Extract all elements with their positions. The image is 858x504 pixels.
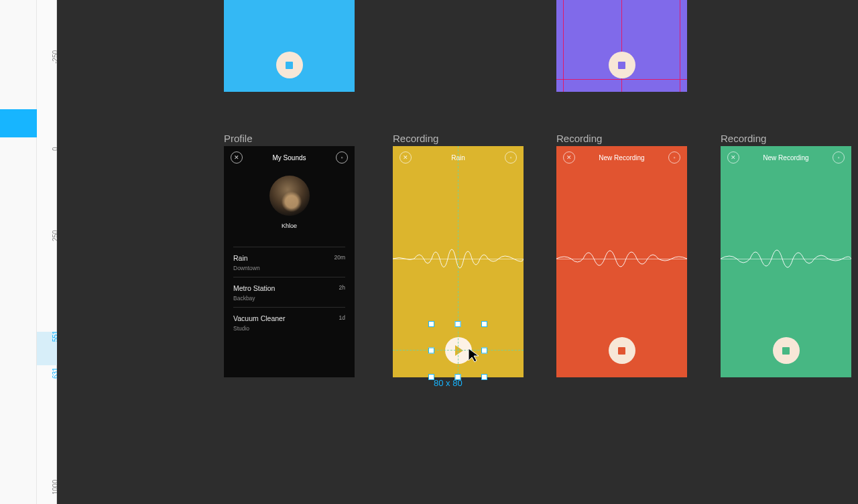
frame-label-recording[interactable]: Recording [556, 133, 602, 144]
close-icon[interactable]: ✕ [563, 151, 575, 164]
stop-button[interactable] [609, 337, 635, 364]
vertical-ruler[interactable]: -250 0 250 551 631 1000 [37, 0, 57, 504]
row-time: 2h [339, 284, 345, 291]
waveform [556, 239, 687, 279]
design-canvas[interactable]: Profile Recording Recording Recording ✕ … [57, 0, 858, 504]
close-icon[interactable]: ✕ [400, 151, 412, 164]
row-title: Metro Station [233, 284, 275, 292]
play-button[interactable] [445, 337, 472, 364]
stop-button[interactable] [773, 337, 800, 364]
artboard-recording-yellow[interactable]: ✕ Rain ◦ [393, 146, 524, 377]
play-icon [455, 345, 463, 356]
stop-button[interactable] [276, 52, 303, 78]
list-item[interactable]: RainDowntown 20m [233, 247, 345, 277]
avatar [269, 176, 310, 216]
frame-label-recording[interactable]: Recording [393, 133, 438, 144]
artboard-blue-top[interactable] [224, 0, 355, 92]
location-icon[interactable]: ◦ [505, 151, 517, 164]
row-title: Rain [233, 254, 260, 262]
row-subtitle: Studio [233, 325, 285, 332]
row-subtitle: Downtown [233, 265, 260, 271]
frame-label-recording[interactable]: Recording [721, 133, 766, 144]
stop-icon [618, 347, 625, 355]
waveform [721, 239, 851, 279]
stop-icon [618, 62, 625, 69]
page-title: New Recording [599, 154, 644, 162]
list-item[interactable]: Vacuum CleanerStudio 1d [233, 307, 345, 337]
list-item[interactable]: Metro StationBackbay 2h [233, 277, 345, 307]
location-icon[interactable]: ◦ [833, 151, 845, 164]
row-title: Vacuum Cleaner [233, 314, 285, 322]
artboard-profile[interactable]: ✕ My Sounds ◦ Khloe RainDowntown 20m Met… [224, 146, 355, 377]
username-label: Khloe [224, 223, 355, 229]
stop-icon [782, 347, 790, 355]
row-subtitle: Backbay [233, 295, 275, 302]
selection-dimensions: 80 x 80 [434, 378, 463, 388]
artboard-purple-top[interactable] [556, 0, 687, 92]
page-title: New Recording [763, 154, 808, 162]
close-icon[interactable]: ✕ [727, 151, 739, 164]
location-icon[interactable]: ◦ [336, 151, 348, 164]
page-title: My Sounds [272, 154, 306, 162]
layout-grid-line [563, 0, 564, 92]
stop-icon [286, 62, 293, 69]
stop-button[interactable] [609, 52, 635, 78]
row-time: 20m [334, 254, 345, 261]
close-icon[interactable]: ✕ [231, 151, 243, 164]
location-icon[interactable]: ◦ [668, 151, 680, 164]
frame-label-profile[interactable]: Profile [224, 133, 253, 144]
row-time: 1d [339, 314, 345, 321]
artboard-recording-orange[interactable]: ✕ New Recording ◦ [556, 146, 687, 377]
waveform [393, 239, 524, 279]
page-title: Rain [451, 154, 465, 162]
layout-grid-line [680, 0, 680, 92]
artboard-recording-green[interactable]: ✕ New Recording ◦ [721, 146, 851, 377]
layers-sidebar[interactable] [0, 0, 37, 504]
sidebar-selection [0, 109, 37, 137]
